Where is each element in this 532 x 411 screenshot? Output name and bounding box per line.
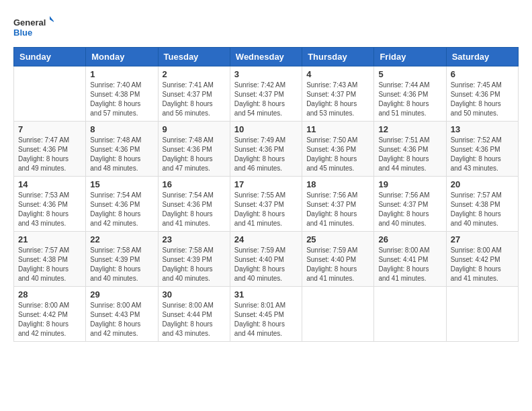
- day-cell: 24Sunrise: 7:59 AM Sunset: 4:40 PM Dayli…: [230, 232, 302, 287]
- day-cell: 27Sunrise: 8:00 AM Sunset: 4:42 PM Dayli…: [446, 232, 518, 287]
- day-number: 18: [306, 179, 369, 189]
- day-cell: 19Sunrise: 7:56 AM Sunset: 4:37 PM Dayli…: [374, 177, 446, 232]
- day-number: 1: [90, 69, 153, 79]
- day-cell: 21Sunrise: 7:57 AM Sunset: 4:38 PM Dayli…: [14, 232, 86, 287]
- weekday-header-wednesday: Wednesday: [230, 48, 302, 66]
- day-number: 12: [378, 124, 441, 134]
- day-info: Sunrise: 7:55 AM Sunset: 4:37 PM Dayligh…: [234, 191, 298, 228]
- day-cell: 14Sunrise: 7:53 AM Sunset: 4:36 PM Dayli…: [14, 177, 86, 232]
- day-info: Sunrise: 8:00 AM Sunset: 4:43 PM Dayligh…: [90, 301, 153, 338]
- day-cell: 4Sunrise: 7:43 AM Sunset: 4:37 PM Daylig…: [302, 66, 374, 122]
- day-number: 30: [163, 289, 226, 300]
- weekday-header-sunday: Sunday: [14, 48, 86, 66]
- day-number: 4: [306, 69, 369, 79]
- day-info: Sunrise: 7:45 AM Sunset: 4:36 PM Dayligh…: [451, 81, 514, 118]
- day-cell: [302, 287, 374, 342]
- svg-text:Blue: Blue: [13, 28, 32, 38]
- calendar-table: SundayMondayTuesdayWednesdayThursdayFrid…: [13, 47, 519, 342]
- day-info: Sunrise: 7:48 AM Sunset: 4:36 PM Dayligh…: [163, 136, 226, 173]
- svg-marker-2: [50, 16, 54, 23]
- day-info: Sunrise: 8:00 AM Sunset: 4:41 PM Dayligh…: [378, 246, 441, 283]
- week-row-3: 14Sunrise: 7:53 AM Sunset: 4:36 PM Dayli…: [14, 177, 519, 232]
- day-info: Sunrise: 7:44 AM Sunset: 4:36 PM Dayligh…: [378, 81, 441, 118]
- day-info: Sunrise: 7:58 AM Sunset: 4:39 PM Dayligh…: [90, 246, 153, 283]
- weekday-header-thursday: Thursday: [302, 48, 374, 66]
- day-number: 31: [234, 289, 298, 300]
- day-cell: 22Sunrise: 7:58 AM Sunset: 4:39 PM Dayli…: [86, 232, 158, 287]
- day-cell: [374, 287, 446, 342]
- day-info: Sunrise: 7:42 AM Sunset: 4:37 PM Dayligh…: [234, 81, 298, 118]
- day-info: Sunrise: 7:53 AM Sunset: 4:36 PM Dayligh…: [18, 191, 81, 228]
- week-row-1: 1Sunrise: 7:40 AM Sunset: 4:38 PM Daylig…: [14, 66, 519, 122]
- day-info: Sunrise: 7:57 AM Sunset: 4:38 PM Dayligh…: [18, 246, 81, 283]
- week-row-4: 21Sunrise: 7:57 AM Sunset: 4:38 PM Dayli…: [14, 232, 519, 287]
- day-info: Sunrise: 7:57 AM Sunset: 4:38 PM Dayligh…: [451, 191, 514, 228]
- day-info: Sunrise: 7:50 AM Sunset: 4:36 PM Dayligh…: [306, 136, 369, 173]
- week-row-2: 7Sunrise: 7:47 AM Sunset: 4:36 PM Daylig…: [14, 122, 519, 177]
- weekday-header-tuesday: Tuesday: [158, 48, 230, 66]
- day-cell: 26Sunrise: 8:00 AM Sunset: 4:41 PM Dayli…: [374, 232, 446, 287]
- day-info: Sunrise: 8:01 AM Sunset: 4:45 PM Dayligh…: [234, 301, 298, 338]
- day-cell: [14, 66, 86, 122]
- day-number: 5: [378, 69, 441, 79]
- day-number: 27: [451, 234, 514, 244]
- day-number: 28: [18, 289, 81, 300]
- day-info: Sunrise: 8:00 AM Sunset: 4:44 PM Dayligh…: [163, 301, 226, 338]
- day-cell: [446, 287, 518, 342]
- day-cell: 23Sunrise: 7:58 AM Sunset: 4:39 PM Dayli…: [158, 232, 230, 287]
- svg-text:General: General: [13, 17, 46, 28]
- day-cell: 8Sunrise: 7:48 AM Sunset: 4:36 PM Daylig…: [86, 122, 158, 177]
- day-cell: 9Sunrise: 7:48 AM Sunset: 4:36 PM Daylig…: [158, 122, 230, 177]
- day-cell: 12Sunrise: 7:51 AM Sunset: 4:36 PM Dayli…: [374, 122, 446, 177]
- day-number: 14: [18, 179, 81, 189]
- day-info: Sunrise: 7:54 AM Sunset: 4:36 PM Dayligh…: [90, 191, 153, 228]
- day-number: 10: [234, 124, 298, 134]
- weekday-header-monday: Monday: [86, 48, 158, 66]
- day-cell: 20Sunrise: 7:57 AM Sunset: 4:38 PM Dayli…: [446, 177, 518, 232]
- day-cell: 6Sunrise: 7:45 AM Sunset: 4:36 PM Daylig…: [446, 66, 518, 122]
- day-info: Sunrise: 7:47 AM Sunset: 4:36 PM Dayligh…: [18, 136, 81, 173]
- day-number: 11: [306, 124, 369, 134]
- day-cell: 18Sunrise: 7:56 AM Sunset: 4:37 PM Dayli…: [302, 177, 374, 232]
- day-info: Sunrise: 7:51 AM Sunset: 4:36 PM Dayligh…: [378, 136, 441, 173]
- day-number: 19: [378, 179, 441, 189]
- day-cell: 10Sunrise: 7:49 AM Sunset: 4:36 PM Dayli…: [230, 122, 302, 177]
- logo: General Blue: [13, 13, 54, 40]
- day-cell: 28Sunrise: 8:00 AM Sunset: 4:42 PM Dayli…: [14, 287, 86, 342]
- day-number: 24: [234, 234, 298, 244]
- day-cell: 15Sunrise: 7:54 AM Sunset: 4:36 PM Dayli…: [86, 177, 158, 232]
- day-number: 26: [378, 234, 441, 244]
- day-number: 20: [451, 179, 514, 189]
- weekday-header-friday: Friday: [374, 48, 446, 66]
- day-cell: 30Sunrise: 8:00 AM Sunset: 4:44 PM Dayli…: [158, 287, 230, 342]
- page-header: General Blue: [13, 13, 519, 40]
- day-number: 13: [451, 124, 514, 134]
- day-number: 8: [90, 124, 153, 134]
- day-number: 3: [234, 69, 298, 79]
- weekday-header-row: SundayMondayTuesdayWednesdayThursdayFrid…: [14, 48, 519, 66]
- day-info: Sunrise: 7:59 AM Sunset: 4:40 PM Dayligh…: [234, 246, 298, 283]
- day-cell: 16Sunrise: 7:54 AM Sunset: 4:36 PM Dayli…: [158, 177, 230, 232]
- day-cell: 29Sunrise: 8:00 AM Sunset: 4:43 PM Dayli…: [86, 287, 158, 342]
- day-number: 2: [163, 69, 226, 79]
- day-number: 22: [90, 234, 153, 244]
- day-number: 16: [163, 179, 226, 189]
- day-info: Sunrise: 7:59 AM Sunset: 4:40 PM Dayligh…: [306, 246, 369, 283]
- day-info: Sunrise: 7:49 AM Sunset: 4:36 PM Dayligh…: [234, 136, 298, 173]
- day-number: 15: [90, 179, 153, 189]
- day-info: Sunrise: 7:48 AM Sunset: 4:36 PM Dayligh…: [90, 136, 153, 173]
- day-info: Sunrise: 7:43 AM Sunset: 4:37 PM Dayligh…: [306, 81, 369, 118]
- day-cell: 2Sunrise: 7:41 AM Sunset: 4:37 PM Daylig…: [158, 66, 230, 122]
- day-info: Sunrise: 7:56 AM Sunset: 4:37 PM Dayligh…: [306, 191, 369, 228]
- logo-svg: General Blue: [13, 13, 54, 40]
- day-info: Sunrise: 7:40 AM Sunset: 4:38 PM Dayligh…: [90, 81, 153, 118]
- day-info: Sunrise: 8:00 AM Sunset: 4:42 PM Dayligh…: [18, 301, 81, 338]
- day-info: Sunrise: 7:41 AM Sunset: 4:37 PM Dayligh…: [163, 81, 226, 118]
- day-cell: 31Sunrise: 8:01 AM Sunset: 4:45 PM Dayli…: [230, 287, 302, 342]
- day-number: 7: [18, 124, 81, 134]
- day-number: 25: [306, 234, 369, 244]
- week-row-5: 28Sunrise: 8:00 AM Sunset: 4:42 PM Dayli…: [14, 287, 519, 342]
- day-info: Sunrise: 7:58 AM Sunset: 4:39 PM Dayligh…: [163, 246, 226, 283]
- day-number: 23: [163, 234, 226, 244]
- day-cell: 7Sunrise: 7:47 AM Sunset: 4:36 PM Daylig…: [14, 122, 86, 177]
